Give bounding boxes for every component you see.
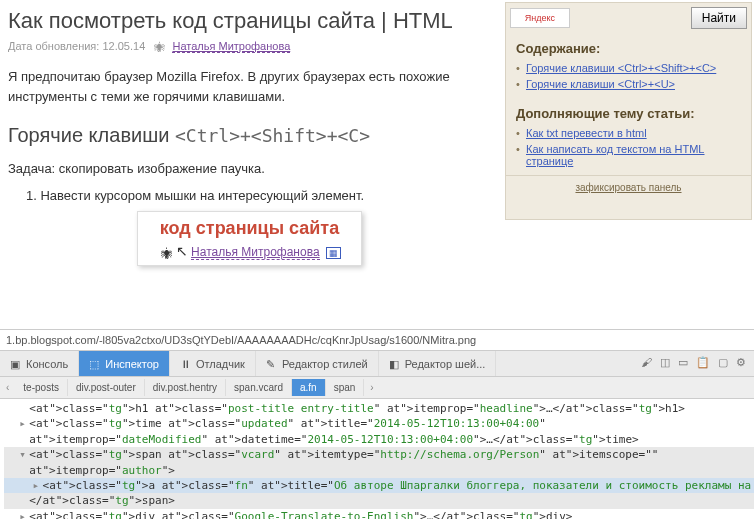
bc-item-active[interactable]: a.fn <box>292 379 326 396</box>
toc-item[interactable]: Горячие клавиши <Ctrl>+<U> <box>516 76 741 92</box>
author-link[interactable]: Наталья Митрофанова <box>172 40 290 53</box>
devtools-tabs: ▣Консоль ⬚Инспектор ⏸Отладчик ✎Редактор … <box>0 351 754 377</box>
dom-line[interactable]: ▸<at">class="tg">div at">class="Google-T… <box>4 509 754 519</box>
bc-item[interactable]: div.post-outer <box>68 379 145 396</box>
bc-item[interactable]: span.vcard <box>226 379 292 396</box>
bc-item[interactable]: div.post.hentry <box>145 379 226 396</box>
console-icon: ▣ <box>10 358 22 370</box>
related-heading: Дополняющие тему статьи: <box>506 98 751 125</box>
related-list: Как txt перевести в html Как написать ко… <box>506 125 751 175</box>
bc-item[interactable]: span <box>326 379 365 396</box>
dom-line[interactable]: at">itemprop="author"> <box>4 463 754 478</box>
h2-text: Горячие клавиши <box>8 124 175 146</box>
example-box: код страницы сайта 🕷↖ Наталья Митрофанов… <box>137 211 362 266</box>
example-author-row: 🕷↖ Наталья Митрофанова ▦ <box>148 243 351 259</box>
gear-icon[interactable]: ⚙ <box>736 356 746 371</box>
toc-heading: Содержание: <box>506 33 751 60</box>
dom-tree[interactable]: <at">class="tg">h1 at">class="post-title… <box>0 399 754 519</box>
related-item[interactable]: Как txt перевести в html <box>516 125 741 141</box>
intro-paragraph: Я предпочитаю браузер Mozilla Firefox. В… <box>8 67 491 106</box>
style-icon: ✎ <box>266 358 278 370</box>
spider-icon: 🕷 <box>154 41 166 53</box>
meta-date: 12.05.14 <box>102 40 145 52</box>
toc-list: Горячие клавиши <Ctrl>+<Shift>+<C> Горяч… <box>506 60 751 98</box>
badge-icon: ▦ <box>326 247 341 259</box>
sidebar: Яндекс Найти Содержание: Горячие клавиши… <box>505 2 752 220</box>
dom-line[interactable]: <at">class="tg">h1 at">class="post-title… <box>4 401 754 416</box>
inspector-icon: ⬚ <box>89 358 101 370</box>
fix-panel-link[interactable]: зафиксировать панель <box>506 175 751 199</box>
dom-line[interactable]: at">itemprop="dateModified" at">datetime… <box>4 432 754 447</box>
debugger-icon: ⏸ <box>180 358 192 370</box>
paint-icon[interactable]: 🖌 <box>641 356 652 371</box>
bc-next[interactable]: › <box>364 382 379 393</box>
scratchpad-icon[interactable]: 📋 <box>696 356 710 371</box>
search-row: Яндекс Найти <box>506 3 751 33</box>
related-item[interactable]: Как написать код текстом на HTML страниц… <box>516 141 741 169</box>
kbd-shortcut: <Ctrl>+<Shift>+<C> <box>175 125 370 146</box>
devtools-panel: ▣Консоль ⬚Инспектор ⏸Отладчик ✎Редактор … <box>0 351 754 519</box>
step-1: 1. Навести курсором мышки на интересующи… <box>26 188 491 203</box>
tab-console[interactable]: ▣Консоль <box>0 351 79 376</box>
search-button[interactable]: Найти <box>691 7 747 29</box>
bc-prev[interactable]: ‹ <box>0 382 15 393</box>
tab-style-editor[interactable]: ✎Редактор стилей <box>256 351 379 376</box>
split-icon[interactable]: ◫ <box>660 356 670 371</box>
tab-shader-editor[interactable]: ◧Редактор шей... <box>379 351 497 376</box>
example-title: код страницы сайта <box>148 218 351 239</box>
meta-date-label: Дата обновления: <box>8 40 99 52</box>
dom-panel: ‹ te-posts div.post-outer div.post.hentr… <box>0 377 754 519</box>
dom-line[interactable]: ▾<at">class="tg">span at">class="vcard" … <box>4 447 754 462</box>
responsive-icon[interactable]: ▭ <box>678 356 688 371</box>
example-author-link[interactable]: Наталья Митрофанова <box>191 245 320 260</box>
tab-inspector[interactable]: ⬚Инспектор <box>79 351 170 376</box>
bc-item[interactable]: te-posts <box>15 379 68 396</box>
meta-row: Дата обновления: 12.05.14 🕷 Наталья Митр… <box>8 40 491 53</box>
breadcrumb: ‹ te-posts div.post-outer div.post.hentr… <box>0 377 754 399</box>
dom-line[interactable]: ▸<at">class="tg">time at">class="updated… <box>4 416 754 431</box>
yandex-logo: Яндекс <box>510 8 570 28</box>
task-text: Задача: скопировать изображение паучка. <box>8 161 491 176</box>
dock-icon[interactable]: ▢ <box>718 356 728 371</box>
spider-icon: 🕷 <box>161 247 173 259</box>
page-title: Как посмотреть код страницы сайта | HTML <box>8 8 491 34</box>
toc-item[interactable]: Горячие клавиши <Ctrl>+<Shift>+<C> <box>516 60 741 76</box>
article-main: Как посмотреть код страницы сайта | HTML… <box>0 0 505 329</box>
dom-line[interactable]: ▸<at">class="tg">a at">class="fn" at">ti… <box>4 478 754 493</box>
cursor-icon: ↖ <box>176 243 188 259</box>
hover-url-bar: 1.bp.blogspot.com/-l805va2ctxo/UD3sQtYDe… <box>0 329 754 351</box>
tab-debugger[interactable]: ⏸Отладчик <box>170 351 256 376</box>
dom-line[interactable]: </at">class="tg">span> <box>4 493 754 508</box>
shader-icon: ◧ <box>389 358 401 370</box>
section-heading: Горячие клавиши <Ctrl>+<Shift>+<C> <box>8 124 491 147</box>
devtools-toolbar-right: 🖌 ◫ ▭ 📋 ▢ ⚙ <box>633 351 754 376</box>
